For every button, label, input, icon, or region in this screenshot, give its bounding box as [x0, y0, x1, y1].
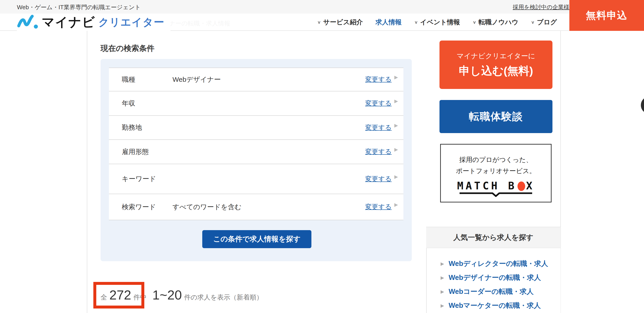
- matchbox-logo-left-text: MATCH B: [457, 180, 516, 192]
- results-range: 1~20: [152, 287, 182, 303]
- row-action: 変更する ▶: [365, 123, 398, 132]
- row-action: 変更する ▶: [365, 174, 398, 183]
- row-label: 雇用形態: [122, 147, 172, 156]
- row-action: 変更する ▶: [365, 75, 398, 84]
- search-submit-button[interactable]: この条件で求人情報を探す: [202, 230, 312, 248]
- testimonials-banner[interactable]: 転職体験談: [440, 100, 552, 133]
- apply-banner[interactable]: マイナビクリエイターに 申し込む(無料): [440, 40, 552, 89]
- popular-link-web-coder[interactable]: ▶ Webコーダーの転職・求人: [427, 285, 560, 299]
- arrow-right-icon: ▶: [394, 202, 398, 207]
- results-unit: 件中: [134, 293, 146, 302]
- results-prefix: 全: [100, 293, 107, 302]
- matchbox-underline-icon: [459, 192, 533, 198]
- table-row-search-word: 検索ワード すべてのワードを含む 変更する ▶: [109, 194, 404, 220]
- change-link[interactable]: 変更する: [365, 174, 392, 183]
- change-link[interactable]: 変更する: [365, 147, 392, 156]
- apply-banner-line2: 申し込む(無料): [459, 63, 533, 78]
- popular-link-web-director[interactable]: ▶ Webディレクターの転職・求人: [427, 257, 560, 271]
- matchbox-banner[interactable]: 採用のプロがつくった、 ポートフォリオサービス。 MATCH B X: [440, 144, 552, 202]
- left-column-divider: [87, 31, 87, 313]
- arrow-right-icon: ▶: [440, 303, 444, 308]
- matchbox-logo-right-text: X: [526, 180, 535, 192]
- chevron-down-icon: ∨: [473, 19, 476, 24]
- logo-product-text: クリエイター: [98, 15, 164, 29]
- popular-link-label: Webデザイナーの転職・求人: [448, 273, 541, 282]
- row-label: 職種: [122, 75, 172, 84]
- page-title: 現在の検索条件: [100, 43, 154, 54]
- chevron-down-icon: ∨: [414, 19, 418, 24]
- nav-item-knowhow[interactable]: ∨ 転職ノウハウ: [473, 18, 518, 27]
- arrow-right-icon: ▶: [394, 98, 398, 104]
- arrow-right-icon: ▶: [394, 147, 398, 152]
- arrow-right-icon: ▶: [440, 261, 444, 266]
- popular-link-web-designer[interactable]: ▶ Webデザイナーの転職・求人: [427, 271, 560, 285]
- results-suffix: 件の求人を表示（新着順）: [184, 293, 263, 302]
- arrow-right-icon: ▶: [440, 275, 444, 280]
- arrow-right-icon: ▶: [394, 174, 398, 179]
- row-label: 年収: [122, 99, 172, 108]
- employer-link[interactable]: 採用を検討中の企業様: [513, 3, 569, 11]
- nav-item-service[interactable]: ∨ サービス紹介: [317, 18, 363, 27]
- results-total: 272: [109, 287, 131, 303]
- results-count-bar: 全 272 件中 1~20 件の求人を表示（新着順）: [100, 287, 263, 303]
- nav-item-jobs[interactable]: 求人情報: [376, 18, 402, 27]
- row-action: 変更する ▶: [365, 147, 398, 156]
- arrow-right-icon: ▶: [394, 75, 398, 80]
- nav-label: イベント情報: [420, 18, 460, 27]
- apply-banner-line1: マイナビクリエイターに: [456, 51, 535, 61]
- popular-list: ▶ Webディレクターの転職・求人 ▶ Webデザイナーの転職・求人 ▶ Web…: [426, 248, 560, 313]
- arrow-right-icon: ▶: [394, 123, 398, 128]
- change-link[interactable]: 変更する: [365, 75, 392, 84]
- matchbox-copy-line1: 採用のプロがつくった、: [459, 154, 532, 165]
- floating-widget-button[interactable]: [641, 96, 644, 114]
- table-row-salary: 年収 変更する ▶: [109, 91, 404, 116]
- change-link[interactable]: 変更する: [365, 202, 392, 211]
- row-label: 勤務地: [122, 123, 172, 132]
- popular-link-web-marketer[interactable]: ▶ Webマーケターの転職・求人: [427, 299, 560, 313]
- table-row-keyword: キーワード 変更する ▶: [109, 164, 404, 194]
- site-tagline: Web・ゲーム・IT業界専門の転職エージェント: [17, 3, 141, 11]
- logo-brand-text: マイナビ: [42, 14, 95, 31]
- search-conditions-table: 職種 Webデザイナー 変更する ▶ 年収 変更する ▶ 勤務地: [109, 68, 404, 220]
- nav-item-events[interactable]: ∨ イベント情報: [414, 18, 460, 27]
- mynavi-wave-icon: [17, 14, 38, 31]
- row-value: Webデザイナー: [172, 75, 365, 84]
- matchbox-logo: MATCH B X: [457, 180, 535, 192]
- table-row-location: 勤務地 変更する ▶: [109, 116, 404, 140]
- row-label: 検索ワード: [122, 202, 172, 212]
- popular-list-header: 人気一覧から求人を探す: [426, 227, 560, 248]
- change-link[interactable]: 変更する: [365, 99, 392, 108]
- row-value: すべてのワードを含む: [172, 202, 365, 212]
- change-link[interactable]: 変更する: [365, 123, 392, 132]
- nav-label: 転職ノウハウ: [478, 18, 518, 27]
- arrow-right-icon: ▶: [440, 289, 444, 294]
- row-action: 変更する ▶: [365, 202, 398, 211]
- nav-label: 求人情報: [376, 18, 402, 27]
- nav-label: サービス紹介: [323, 18, 363, 27]
- row-label: キーワード: [122, 174, 172, 183]
- nav-item-blog[interactable]: ∨ ブログ: [531, 18, 557, 27]
- popular-link-label: Webディレクターの転職・求人: [448, 259, 548, 268]
- matchbox-dot-icon: [518, 181, 525, 191]
- main-nav: ∨ サービス紹介 求人情報 ∨ イベント情報 ∨ 転職ノウハウ ∨ ブログ: [317, 13, 557, 31]
- matchbox-copy-line2: ポートフォリオサービス。: [456, 165, 536, 176]
- nav-label: ブログ: [537, 18, 557, 27]
- table-row-occupation: 職種 Webデザイナー 変更する ▶: [109, 68, 404, 91]
- popular-link-label: Webマーケターの転職・求人: [448, 301, 541, 310]
- chevron-down-icon: ∨: [317, 19, 321, 24]
- site-logo[interactable]: マイナビ クリエイター: [17, 13, 170, 31]
- table-row-employment-type: 雇用形態 変更する ▶: [109, 140, 404, 164]
- row-action: 変更する ▶: [365, 99, 398, 108]
- chevron-down-icon: ∨: [531, 19, 535, 24]
- free-apply-button[interactable]: 無料申込: [569, 0, 644, 31]
- page: 求人情報 › Webデザイナーの転職・求人情報 Web・ゲーム・IT業界専門の転…: [0, 0, 644, 313]
- top-bar: Web・ゲーム・IT業界専門の転職エージェント 採用を検討中の企業様: [0, 0, 644, 13]
- popular-link-label: Webコーダーの転職・求人: [448, 287, 534, 296]
